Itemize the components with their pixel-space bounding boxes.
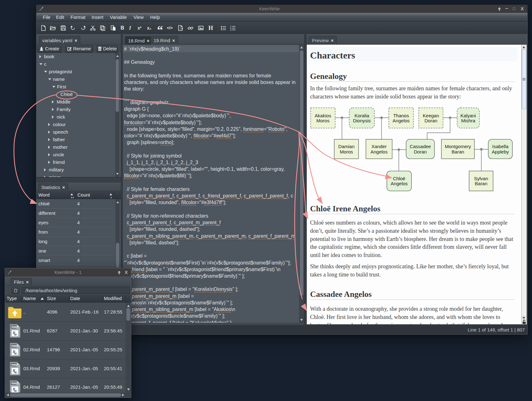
svg-text:Angelos: Angelos [393,118,410,123]
svg-text:RMD: RMD [11,363,18,366]
svg-text:Koralia: Koralia [354,113,369,118]
svg-text:Angelos: Angelos [391,181,408,186]
svg-text:Sylvan: Sylvan [474,176,488,181]
svg-text:Angelos: Angelos [371,149,388,154]
svg-text:M↓: M↓ [14,371,18,374]
svg-text:M↓: M↓ [14,333,18,336]
svg-text:Dionysis: Dionysis [353,118,371,123]
svg-text:M↓: M↓ [14,389,18,393]
svg-text:Kalyani: Kalyani [461,113,476,118]
svg-text:Thanos: Thanos [393,113,409,118]
svg-text:RMD: RMD [11,382,18,385]
svg-text:Montgomery: Montgomery [445,144,471,149]
svg-text:RMD: RMD [11,326,18,329]
svg-text:3: 3 [230,29,231,31]
svg-text:Keegan: Keegan [423,113,439,118]
svg-text:Chloë: Chloë [393,176,405,181]
svg-text:Doran: Doran [424,118,437,123]
svg-text:Mishra: Mishra [461,118,476,123]
svg-text:Moros: Moros [340,149,353,154]
svg-text:RMD: RMD [11,344,18,348]
svg-text:Baran: Baran [475,181,487,186]
svg-text:Doran: Doran [414,149,427,154]
svg-text:Appleby: Appleby [492,149,509,154]
svg-text:M↓: M↓ [14,352,18,355]
svg-text:Isabella: Isabella [492,144,509,149]
svg-text:Cassadee: Cassadee [410,144,431,149]
svg-text:Damian: Damian [338,144,355,149]
svg-text:Baran: Baran [452,149,464,154]
svg-text:Akakios: Akakios [315,113,331,118]
svg-text:Xander: Xander [371,144,387,149]
svg-text:Moros: Moros [316,118,330,123]
svg-text:❲φ❳: ❲φ❳ [179,27,184,30]
